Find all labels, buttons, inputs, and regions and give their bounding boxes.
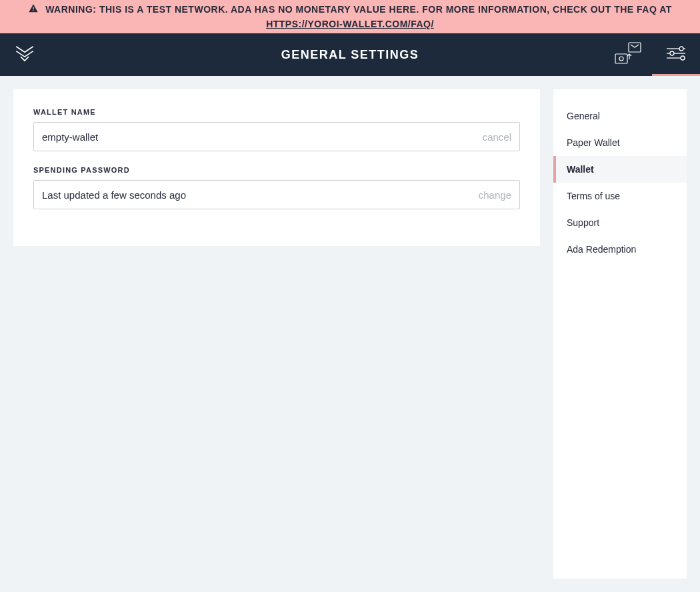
- warning-triangle-icon: [28, 3, 39, 17]
- sidebar-item-terms-of-use[interactable]: Terms of use: [553, 183, 687, 209]
- faq-link[interactable]: HTTPS://YOROI-WALLET.COM/FAQ/: [266, 19, 434, 29]
- yoroi-logo-icon[interactable]: [13, 42, 36, 67]
- wallet-name-field-box: cancel: [33, 122, 520, 151]
- sidebar-item-label: Wallet: [567, 164, 594, 175]
- topbar: GENERAL SETTINGS: [0, 33, 700, 76]
- sidebar-item-general[interactable]: General: [553, 103, 687, 129]
- spending-password-change-button[interactable]: change: [479, 189, 511, 201]
- wallet-name-label: WALLET NAME: [33, 108, 520, 116]
- spending-password-label: SPENDING PASSWORD: [33, 166, 520, 174]
- test-network-warning-banner: WARNING: THIS IS A TEST NETWORK. ADA HAS…: [0, 0, 700, 33]
- page-title: GENERAL SETTINGS: [281, 48, 419, 62]
- settings-sidebar: General Paper Wallet Wallet Terms of use…: [553, 89, 687, 579]
- wallet-name-field-group: WALLET NAME cancel: [33, 108, 520, 151]
- svg-point-6: [679, 47, 683, 51]
- sidebar-item-label: General: [567, 111, 600, 121]
- spending-password-field-group: SPENDING PASSWORD Last updated a few sec…: [33, 166, 520, 209]
- sidebar-item-label: Support: [567, 217, 599, 228]
- sidebar-item-label: Terms of use: [567, 191, 620, 201]
- sidebar-item-support[interactable]: Support: [553, 209, 687, 236]
- spending-password-status: Last updated a few seconds ago: [42, 189, 472, 201]
- warning-text: WARNING: THIS IS A TEST NETWORK. ADA HAS…: [45, 4, 672, 15]
- sidebar-item-ada-redemption[interactable]: Ada Redemption: [553, 236, 687, 263]
- svg-rect-3: [615, 54, 627, 63]
- sliders-icon: [665, 45, 687, 64]
- wallet-name-input[interactable]: [42, 131, 476, 143]
- svg-rect-1: [33, 10, 34, 11]
- wallets-nav-button[interactable]: [604, 33, 652, 76]
- spending-password-field-box: Last updated a few seconds ago change: [33, 180, 520, 209]
- sidebar-item-wallet[interactable]: Wallet: [553, 156, 687, 183]
- svg-point-10: [681, 56, 685, 60]
- settings-form-panel: WALLET NAME cancel SPENDING PASSWORD Las…: [13, 89, 540, 246]
- settings-nav-button[interactable]: [652, 33, 700, 76]
- svg-rect-0: [33, 7, 34, 9]
- sidebar-item-paper-wallet[interactable]: Paper Wallet: [553, 129, 687, 156]
- sidebar-item-label: Ada Redemption: [567, 244, 636, 255]
- wallet-name-cancel-button[interactable]: cancel: [483, 131, 511, 143]
- svg-point-4: [619, 57, 623, 61]
- wallets-icon: [613, 41, 643, 69]
- svg-point-8: [670, 51, 674, 55]
- sidebar-item-label: Paper Wallet: [567, 137, 620, 148]
